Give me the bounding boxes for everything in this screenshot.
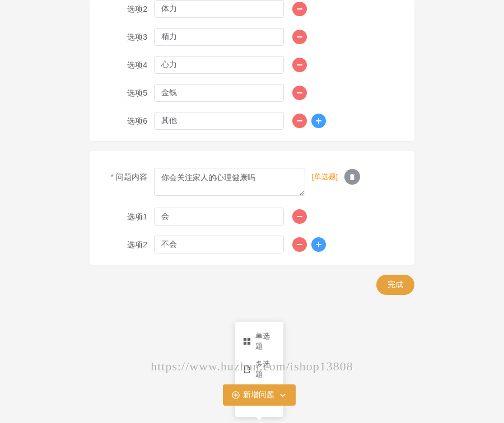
option-input[interactable] xyxy=(154,56,284,74)
popover-item-label: 单选题 xyxy=(255,331,276,351)
option-label: 选项6 xyxy=(101,112,154,130)
trash-icon xyxy=(348,173,356,181)
remove-option-button[interactable] xyxy=(292,209,307,224)
question-card-1: 选项2 选项3 选项4 选项5 选项6 xyxy=(90,0,414,141)
option-label: 选项4 xyxy=(101,56,154,74)
remove-option-button[interactable] xyxy=(292,237,307,252)
remove-option-button[interactable] xyxy=(292,30,307,44)
add-question-wrap: 新增问题 xyxy=(223,384,296,406)
chevron-down-icon xyxy=(279,391,287,399)
option-label: 选项2 xyxy=(101,0,154,18)
remove-option-button[interactable] xyxy=(292,58,307,72)
plus-circle-icon xyxy=(232,391,240,399)
content-label: *问题内容 xyxy=(101,168,154,186)
option-row: 选项5 xyxy=(101,84,403,102)
finish-button[interactable]: 完成 xyxy=(376,275,414,295)
footer: 完成 xyxy=(90,275,414,295)
minus-icon xyxy=(297,120,302,121)
question-type-tag: [单选题] xyxy=(312,168,338,186)
option-row: 选项3 xyxy=(101,28,403,46)
minus-icon xyxy=(297,216,302,217)
option-row: 选项2 xyxy=(101,0,403,18)
add-question-button[interactable]: 新增问题 xyxy=(223,384,296,406)
option-label: 选项3 xyxy=(101,28,154,46)
add-question-label: 新增问题 xyxy=(243,390,274,400)
option-row: 选项6 xyxy=(101,112,403,130)
remove-option-button[interactable] xyxy=(292,114,307,128)
remove-option-button[interactable] xyxy=(292,86,307,100)
option-label: 选项2 xyxy=(101,236,154,253)
svg-rect-2 xyxy=(244,342,246,345)
minus-icon xyxy=(297,92,302,93)
option-label: 选项5 xyxy=(101,84,154,102)
option-input[interactable] xyxy=(154,112,284,130)
add-option-button[interactable] xyxy=(311,237,326,252)
minus-icon xyxy=(297,36,302,37)
required-asterisk: * xyxy=(111,172,114,181)
question-content-textarea[interactable] xyxy=(154,168,305,196)
option-input[interactable] xyxy=(154,0,284,18)
popover-item-label: 多选题 xyxy=(255,359,276,379)
document-icon xyxy=(243,365,251,373)
minus-icon xyxy=(297,64,302,65)
svg-rect-1 xyxy=(248,338,250,341)
option-input[interactable] xyxy=(154,28,284,46)
question-content-row: *问题内容 [单选题] xyxy=(101,168,403,198)
option-input[interactable] xyxy=(154,208,284,225)
minus-icon xyxy=(297,8,302,10)
popover-item-multi[interactable]: 多选题 xyxy=(235,355,283,383)
option-input[interactable] xyxy=(154,236,284,253)
grid-icon xyxy=(243,337,251,345)
add-option-button[interactable] xyxy=(311,114,326,128)
delete-question-button[interactable] xyxy=(344,169,360,185)
option-row: 选项1 xyxy=(101,208,403,225)
svg-rect-0 xyxy=(244,338,246,341)
option-row: 选项4 xyxy=(101,56,403,74)
plus-icon xyxy=(316,242,321,247)
option-row: 选项2 xyxy=(101,236,403,253)
popover-item-single[interactable]: 单选题 xyxy=(235,327,283,355)
option-input[interactable] xyxy=(154,84,284,102)
plus-icon xyxy=(316,118,321,124)
option-label: 选项1 xyxy=(101,208,154,225)
minus-icon xyxy=(297,244,302,245)
question-card-2: *问题内容 [单选题] 选项1 选项2 xyxy=(90,151,414,265)
svg-rect-3 xyxy=(248,342,250,345)
remove-option-button[interactable] xyxy=(292,2,307,16)
